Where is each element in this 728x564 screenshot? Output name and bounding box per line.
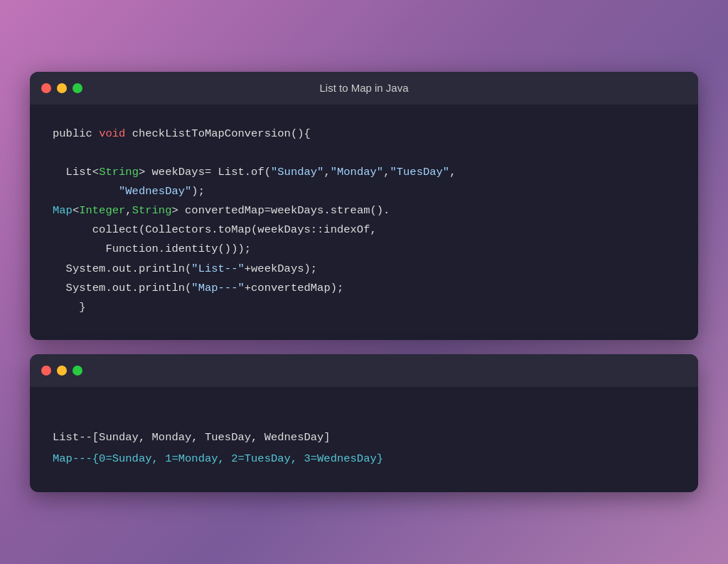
close-button[interactable] — [41, 83, 51, 93]
output-minimize-button[interactable] — [57, 366, 67, 376]
title-bar: List to Map in Java — [30, 72, 698, 105]
output-list-line: List--[Sunday, Monday, TuesDay, WednesDa… — [53, 427, 675, 448]
output-map-line: Map---{0=Sunday, 1=Monday, 2=TuesDay, 3=… — [53, 449, 675, 469]
code-line-blank1 — [53, 144, 675, 163]
output-blank — [53, 407, 675, 427]
str-tuesday: "TuesDay" — [390, 166, 449, 179]
code-line-6: collect(Collectors.toMap(weekDays::index… — [53, 220, 675, 240]
string-type: String — [99, 166, 139, 179]
code-content: public void checkListToMapConversion(){ … — [30, 105, 698, 340]
kw-public: public — [53, 127, 99, 140]
output-title-bar — [30, 354, 698, 387]
code-line-7: Function.identity())); — [53, 240, 675, 259]
code-line-9: System.out.println("Map---"+convertedMap… — [53, 279, 675, 298]
str-wednesday: "WednesDay" — [119, 185, 191, 198]
method-name: checkListToMapConversion(){ — [125, 127, 310, 140]
map-kw: Map — [53, 204, 73, 217]
output-maximize-button[interactable] — [73, 366, 82, 376]
str-list-label: "List--" — [191, 262, 244, 275]
str-sunday: "Sunday" — [271, 166, 323, 179]
int-type: Integer — [79, 204, 125, 217]
maximize-button[interactable] — [73, 83, 82, 93]
traffic-lights — [41, 83, 82, 93]
code-line-3: List<String> weekDays= List.of("Sunday",… — [53, 163, 675, 182]
code-line-10: } — [53, 298, 675, 317]
kw-void: void — [99, 127, 125, 140]
code-line-5: Map<Integer,String> convertedMap=weekDay… — [53, 201, 675, 220]
output-content: List--[Sunday, Monday, TuesDay, WednesDa… — [30, 387, 698, 492]
str-monday: "Monday" — [331, 166, 383, 179]
str-map-label: "Map---" — [191, 282, 244, 294]
code-line-4: "WednesDay"); — [53, 182, 675, 201]
window-title: List to Map in Java — [319, 82, 408, 94]
minimize-button[interactable] — [57, 83, 67, 93]
output-close-button[interactable] — [41, 366, 51, 376]
code-window: List to Map in Java public void checkLis… — [30, 72, 698, 340]
code-line-8: System.out.println("List--"+weekDays); — [53, 260, 675, 279]
string-type2: String — [132, 204, 172, 217]
list-kw: List — [53, 166, 92, 179]
code-line-1: public void checkListToMapConversion(){ — [53, 124, 675, 144]
output-traffic-lights — [41, 366, 82, 376]
output-window: List--[Sunday, Monday, TuesDay, WednesDa… — [30, 354, 698, 492]
